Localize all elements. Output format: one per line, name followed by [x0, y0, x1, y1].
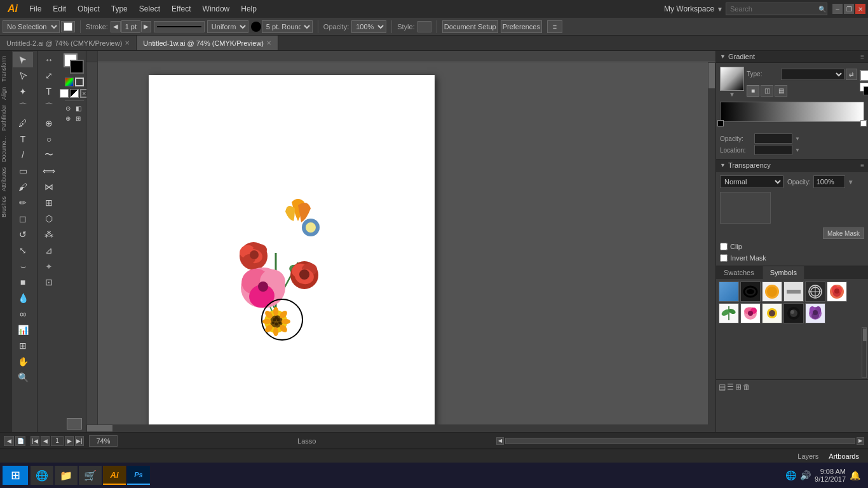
menu-file[interactable]: File	[24, 3, 46, 15]
vertical-scroll-thumb[interactable]	[709, 63, 715, 88]
gradient-stop-right[interactable]	[860, 120, 867, 126]
location-chevron[interactable]: ▼	[795, 147, 800, 153]
scale-tool[interactable]: ⤡	[13, 243, 33, 258]
swatches-list-btn[interactable]: ☰	[727, 383, 734, 391]
tab-untitled1w[interactable]: Untitled-1w.ai @ 74% (CMYK/Preview) ✕	[137, 36, 278, 50]
stroke-type-display[interactable]	[154, 21, 205, 32]
rotate-tool[interactable]: ↺	[13, 227, 33, 242]
icon-btn-1[interactable]: ⊙	[64, 104, 73, 113]
shape-builder-tool[interactable]: ⊕	[39, 116, 59, 131]
workspace-chevron[interactable]: ▼	[717, 6, 723, 13]
stroke-btn-1[interactable]: ■	[747, 85, 759, 97]
taskbar-ps[interactable]: Ps	[127, 466, 150, 485]
minimize-button[interactable]: –	[832, 4, 843, 14]
warp-tool[interactable]: ⌣	[13, 259, 33, 274]
free-distort-tool[interactable]: ⋈	[39, 179, 59, 194]
taskbar-illustrator[interactable]: Ai	[103, 466, 126, 485]
swatches-del-btn[interactable]: 🗑	[743, 383, 750, 391]
canvas-viewport[interactable]	[98, 62, 715, 424]
prev-page-btn[interactable]: ◀	[41, 436, 50, 446]
horizontal-scrollbar[interactable]	[86, 424, 715, 432]
gradient-reverse-btn[interactable]: ⇄	[846, 69, 857, 80]
menu-object[interactable]: Object	[72, 3, 105, 15]
stroke-btn-3[interactable]: ▤	[775, 85, 787, 97]
symbol-8[interactable]	[740, 303, 761, 323]
opacity-chevron[interactable]: ▼	[795, 136, 800, 142]
symbol-1[interactable]	[719, 281, 739, 302]
artboard-tool[interactable]: ⊞	[13, 338, 33, 353]
zoom-input[interactable]	[89, 435, 118, 447]
lasso-tool[interactable]: ⌒	[13, 100, 33, 115]
blend-tool[interactable]: ∞	[13, 306, 33, 322]
rect-tool[interactable]: ▭	[13, 163, 33, 179]
screen-mode-btn[interactable]	[67, 418, 82, 430]
page-number-input[interactable]	[51, 436, 64, 446]
gradient-panel-menu[interactable]: ≡	[860, 53, 864, 60]
swatches-library-btn[interactable]: ▤	[719, 383, 726, 391]
type-tool[interactable]: T	[13, 132, 33, 147]
horizontal-scroll-track[interactable]	[505, 438, 856, 444]
stroke-increase-btn[interactable]: ▶	[141, 21, 151, 32]
menu-select[interactable]: Select	[134, 3, 165, 15]
gradient-swatch-arrow[interactable]: ▼	[729, 91, 735, 98]
doc-setup-button[interactable]: Document Setup	[442, 20, 498, 33]
graph-tool[interactable]: ⊿	[39, 243, 59, 258]
paintbrush-tool[interactable]: 🖌	[13, 179, 33, 194]
close-button[interactable]: ✕	[855, 4, 865, 14]
status-arrow-left[interactable]: ◀	[4, 436, 14, 446]
canvas-area[interactable]	[86, 51, 715, 432]
paint-bucket-tool[interactable]: ⬡	[39, 211, 59, 226]
magic-wand-tool[interactable]: ✦	[13, 84, 33, 99]
taskbar-store[interactable]: 🛒	[79, 466, 102, 485]
symbols-tab[interactable]: Symbols	[763, 266, 805, 279]
eraser-tool[interactable]: ◻	[13, 211, 33, 226]
first-page-btn[interactable]: |◀	[31, 436, 39, 446]
notifications-icon[interactable]: 🔔	[850, 470, 860, 480]
direct-select-tool[interactable]	[13, 68, 33, 83]
trans-opacity-arrow[interactable]: ▼	[848, 179, 854, 186]
tab-untitled2[interactable]: Untitled-2.ai @ 74% (CMYK/Preview) ✕	[0, 36, 137, 50]
panel-document[interactable]: Docume...	[0, 133, 11, 165]
gradient-fill-color[interactable]	[860, 70, 868, 81]
tab-close-1[interactable]: ✕	[125, 39, 130, 46]
scroll-left-btn[interactable]: ◀	[496, 437, 504, 445]
menu-window[interactable]: Window	[198, 3, 235, 15]
icon-btn-4[interactable]: ⊞	[74, 114, 83, 123]
hand-tool[interactable]: ✋	[13, 354, 33, 369]
search-input[interactable]	[726, 3, 827, 15]
gs-stroke[interactable]	[864, 86, 868, 95]
tray-network[interactable]: 🌐	[785, 470, 796, 480]
no-color-icon[interactable]	[75, 78, 84, 86]
screen-mode-icon[interactable]	[67, 418, 82, 430]
symbol-6[interactable]	[827, 281, 847, 302]
symbol-sprayer-tool[interactable]: ⁂	[39, 227, 59, 242]
line-tool[interactable]: /	[13, 147, 33, 163]
mesh-tool[interactable]: ⊞	[39, 195, 59, 210]
panel-align[interactable]: Align	[0, 85, 11, 102]
swatches-add-btn[interactable]: ⊞	[735, 383, 742, 391]
panel-pathfinder[interactable]: Pathfinder	[0, 102, 11, 133]
free-transform-tool[interactable]: ⤢	[39, 68, 59, 83]
tray-volume[interactable]: 🔊	[800, 470, 811, 480]
symbols-scroll-thumb[interactable]	[863, 329, 867, 341]
make-mask-button[interactable]: Make Mask	[823, 227, 864, 239]
tab-close-2[interactable]: ✕	[266, 39, 271, 46]
style-box[interactable]	[417, 21, 431, 32]
taskbar-ie[interactable]: 🌐	[31, 466, 53, 485]
swap-colors-icon[interactable]	[70, 89, 79, 98]
gradient-swatch[interactable]	[720, 67, 744, 91]
start-button[interactable]: ⊞	[3, 466, 28, 485]
zoom-tool[interactable]: 🔍	[13, 370, 33, 385]
menu-edit[interactable]: Edit	[48, 3, 71, 15]
blob-brush-tool[interactable]: ○	[39, 132, 59, 147]
gradient-bar[interactable]	[720, 102, 864, 122]
menu-help[interactable]: Help	[236, 3, 262, 15]
symbol-4[interactable]	[783, 281, 804, 302]
symbol-5[interactable]	[805, 281, 825, 302]
smooth-tool[interactable]: 〜	[39, 147, 59, 163]
symbol-3[interactable]	[762, 281, 782, 302]
swatches-tab[interactable]: Swatches	[716, 266, 763, 279]
last-page-btn[interactable]: ▶|	[75, 436, 84, 446]
color-icon[interactable]	[65, 78, 74, 86]
blend-mode-select[interactable]: Normal	[720, 175, 783, 188]
